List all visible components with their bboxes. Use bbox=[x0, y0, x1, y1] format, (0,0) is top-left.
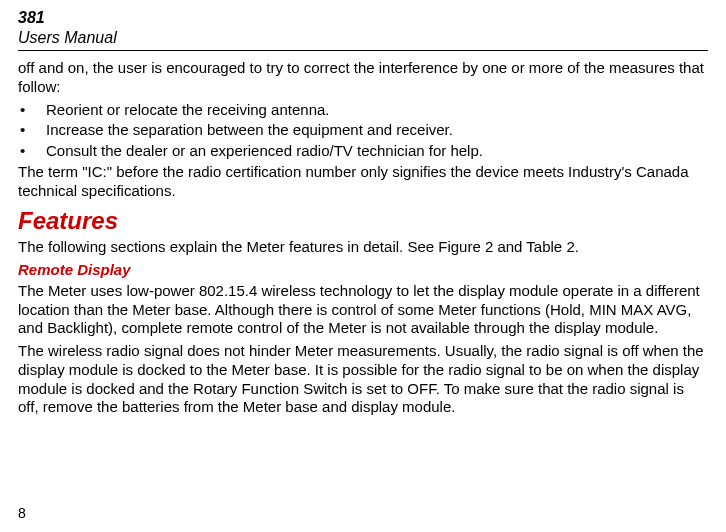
features-intro: The following sections explain the Meter… bbox=[18, 238, 708, 257]
intro-bullet-list: Reorient or relocate the receiving anten… bbox=[18, 101, 708, 161]
ic-note: The term "IC:" before the radio certific… bbox=[18, 163, 708, 201]
page-number: 8 bbox=[18, 505, 26, 523]
features-heading: Features bbox=[18, 206, 708, 236]
remote-p1: The Meter uses low-power 802.15.4 wirele… bbox=[18, 282, 708, 338]
remote-p2: The wireless radio signal does not hinde… bbox=[18, 342, 708, 417]
intro-lead: off and on, the user is encouraged to tr… bbox=[18, 59, 708, 97]
list-item: Increase the separation between the equi… bbox=[18, 121, 708, 140]
list-item: Reorient or relocate the receiving anten… bbox=[18, 101, 708, 120]
header-subtitle: Users Manual bbox=[18, 28, 708, 51]
remote-display-heading: Remote Display bbox=[18, 261, 708, 280]
header-model: 381 bbox=[18, 8, 708, 28]
list-item: Consult the dealer or an experienced rad… bbox=[18, 142, 708, 161]
